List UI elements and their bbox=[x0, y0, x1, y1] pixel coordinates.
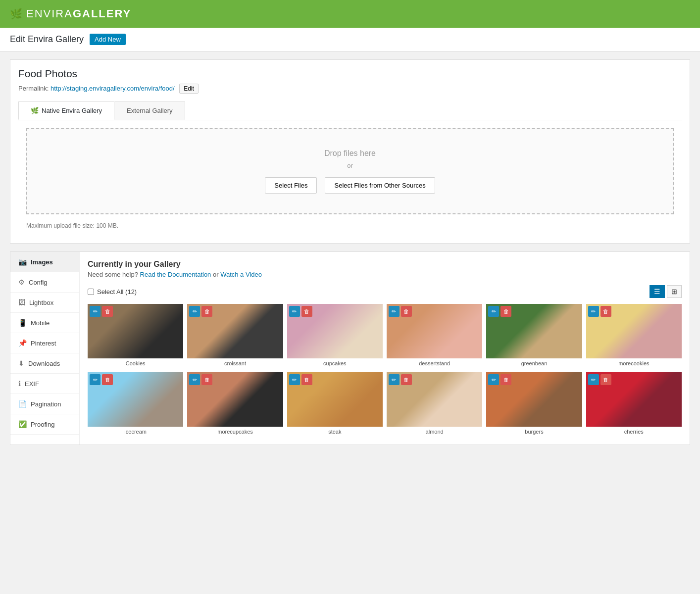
gallery-content: Currently in your Gallery Need some help… bbox=[80, 252, 690, 445]
delete-image-button[interactable]: 🗑 bbox=[401, 306, 412, 317]
select-all-checkbox[interactable] bbox=[88, 289, 94, 295]
downloads-icon: ⬇ bbox=[18, 359, 24, 367]
logo-text-bold: GALLERY bbox=[73, 7, 131, 20]
image-caption: Cookies bbox=[88, 358, 183, 368]
image-item: ✏ 🗑 Cookies bbox=[88, 304, 183, 368]
delete-image-button[interactable]: 🗑 bbox=[600, 306, 611, 317]
pagination-icon: 📄 bbox=[18, 400, 27, 408]
image-actions: ✏ 🗑 bbox=[389, 374, 412, 385]
image-caption: cupcakes bbox=[287, 358, 383, 368]
image-actions: ✏ 🗑 bbox=[588, 374, 611, 385]
gallery-content-title: Currently in your Gallery bbox=[88, 260, 682, 269]
delete-image-button[interactable]: 🗑 bbox=[201, 374, 212, 385]
edit-image-button[interactable]: ✏ bbox=[90, 306, 100, 317]
image-item: ✏ 🗑 cherries bbox=[586, 372, 682, 437]
image-actions: ✏ 🗑 bbox=[189, 374, 212, 385]
sidebar-item-pagination[interactable]: 📄 Pagination bbox=[10, 394, 79, 414]
image-item: ✏ 🗑 dessertstand bbox=[387, 304, 482, 368]
gallery-toolbar: Select All (12) ☰ ⊞ bbox=[88, 285, 682, 298]
edit-image-button[interactable]: ✏ bbox=[389, 374, 400, 385]
image-item: ✏ 🗑 greenbean bbox=[486, 304, 582, 368]
edit-image-button[interactable]: ✏ bbox=[488, 374, 499, 385]
image-actions: ✏ 🗑 bbox=[488, 374, 511, 385]
images-icon: 📷 bbox=[18, 258, 27, 266]
delete-image-button[interactable]: 🗑 bbox=[600, 374, 611, 385]
logo: 🌿 ENVIRAGALLERY bbox=[10, 7, 131, 20]
permalink-edit-button[interactable]: Edit bbox=[179, 84, 199, 94]
tab-native[interactable]: 🌿 Native Envira Gallery bbox=[18, 101, 114, 120]
image-actions: ✏ 🗑 bbox=[588, 306, 611, 317]
image-caption: cherries bbox=[586, 427, 682, 437]
image-actions: ✏ 🗑 bbox=[289, 374, 312, 385]
exif-icon: ℹ bbox=[18, 380, 21, 388]
add-new-button[interactable]: Add New bbox=[90, 34, 126, 45]
tab-external[interactable]: External Gallery bbox=[114, 101, 185, 120]
image-caption: almond bbox=[387, 427, 482, 437]
logo-text-light: ENVIRA bbox=[26, 7, 73, 20]
sidebar-item-pinterest[interactable]: 📌 Pinterest bbox=[10, 333, 79, 353]
sidebar-item-images[interactable]: 📷 Images bbox=[10, 252, 79, 272]
image-actions: ✏ 🗑 bbox=[389, 306, 412, 317]
sidebar-item-lightbox-label: Lightbox bbox=[29, 299, 53, 306]
sidebar-item-exif[interactable]: ℹ EXIF bbox=[10, 374, 79, 394]
select-all-label[interactable]: Select All (12) bbox=[88, 288, 137, 296]
doc-link[interactable]: Read the Documentation bbox=[140, 271, 211, 278]
image-caption: dessertstand bbox=[387, 358, 482, 368]
delete-image-button[interactable]: 🗑 bbox=[102, 374, 113, 385]
lightbox-icon: 🖼 bbox=[18, 298, 25, 306]
image-item: ✏ 🗑 steak bbox=[287, 372, 383, 437]
sidebar-item-config[interactable]: ⚙ Config bbox=[10, 272, 79, 293]
or-text: or bbox=[213, 271, 220, 278]
leaf-icon: 🌿 bbox=[10, 8, 23, 20]
sidebar-item-downloads-label: Downloads bbox=[28, 360, 60, 367]
delete-image-button[interactable]: 🗑 bbox=[401, 374, 412, 385]
sidebar-item-downloads[interactable]: ⬇ Downloads bbox=[10, 353, 79, 374]
external-tab-label: External Gallery bbox=[127, 107, 172, 114]
grid-view-button[interactable]: ⊞ bbox=[667, 285, 682, 298]
config-icon: ⚙ bbox=[18, 278, 25, 286]
sidebar-item-lightbox[interactable]: 🖼 Lightbox bbox=[10, 293, 79, 313]
image-item: ✏ 🗑 croissant bbox=[187, 304, 283, 368]
edit-image-button[interactable]: ✏ bbox=[189, 374, 200, 385]
sidebar: 📷 Images ⚙ Config 🖼 Lightbox 📱 Mobile 📌 … bbox=[10, 252, 80, 445]
sidebar-item-config-label: Config bbox=[29, 279, 48, 286]
gallery-card: Food Photos Permalink: http://staging.en… bbox=[10, 59, 690, 244]
delete-image-button[interactable]: 🗑 bbox=[500, 374, 511, 385]
image-actions: ✏ 🗑 bbox=[90, 306, 113, 317]
edit-image-button[interactable]: ✏ bbox=[189, 306, 200, 317]
view-toggle: ☰ ⊞ bbox=[650, 285, 682, 298]
sidebar-item-proofing[interactable]: ✅ Proofing bbox=[10, 414, 79, 435]
list-view-button[interactable]: ☰ bbox=[650, 285, 665, 298]
delete-image-button[interactable]: 🗑 bbox=[301, 306, 312, 317]
edit-image-button[interactable]: ✏ bbox=[588, 306, 599, 317]
delete-image-button[interactable]: 🗑 bbox=[201, 306, 212, 317]
image-caption: icecream bbox=[88, 427, 183, 437]
video-link[interactable]: Watch a Video bbox=[220, 271, 262, 278]
edit-image-button[interactable]: ✏ bbox=[289, 374, 300, 385]
delete-image-button[interactable]: 🗑 bbox=[301, 374, 312, 385]
edit-image-button[interactable]: ✏ bbox=[289, 306, 300, 317]
edit-image-button[interactable]: ✏ bbox=[90, 374, 100, 385]
image-caption: greenbean bbox=[486, 358, 582, 368]
sidebar-item-pinterest-label: Pinterest bbox=[31, 340, 56, 347]
image-caption: croissant bbox=[187, 358, 283, 368]
permalink-url[interactable]: http://staging.enviragallery.com/envira/… bbox=[50, 85, 175, 92]
drop-zone-buttons: Select Files Select Files from Other Sou… bbox=[37, 177, 663, 194]
edit-image-button[interactable]: ✏ bbox=[389, 306, 400, 317]
edit-image-button[interactable]: ✏ bbox=[588, 374, 599, 385]
sidebar-item-mobile[interactable]: 📱 Mobile bbox=[10, 313, 79, 333]
mobile-icon: 📱 bbox=[18, 319, 27, 327]
delete-image-button[interactable]: 🗑 bbox=[102, 306, 113, 317]
sidebar-item-mobile-label: Mobile bbox=[31, 319, 50, 327]
native-tab-label: Native Envira Gallery bbox=[42, 107, 102, 114]
edit-image-button[interactable]: ✏ bbox=[488, 306, 499, 317]
image-item: ✏ 🗑 morecookies bbox=[586, 304, 682, 368]
image-grid: ✏ 🗑 Cookies ✏ 🗑 croissant ✏ 🗑 cupcakes ✏… bbox=[88, 304, 682, 437]
lower-section: 📷 Images ⚙ Config 🖼 Lightbox 📱 Mobile 📌 … bbox=[10, 251, 690, 445]
main-container: Food Photos Permalink: http://staging.en… bbox=[0, 51, 700, 453]
help-text: Need some help? bbox=[88, 271, 138, 278]
select-files-other-button[interactable]: Select Files from Other Sources bbox=[325, 177, 435, 194]
select-files-button[interactable]: Select Files bbox=[265, 177, 317, 194]
delete-image-button[interactable]: 🗑 bbox=[500, 306, 511, 317]
drop-zone-text: Drop files here bbox=[37, 149, 663, 158]
